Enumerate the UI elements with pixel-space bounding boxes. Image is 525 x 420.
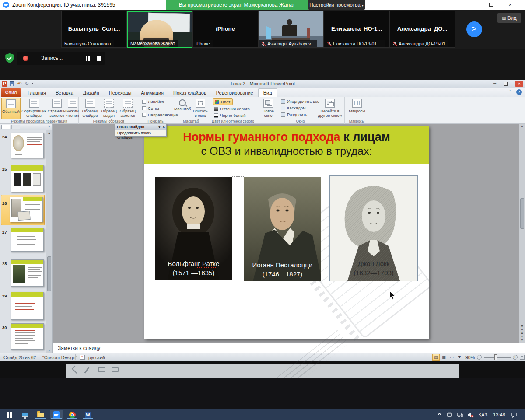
tab-slideshow[interactable]: Показ слайдов	[168, 89, 211, 97]
slide-thumbnail[interactable]	[10, 323, 44, 350]
previous-slide-button[interactable]: ▲▲	[519, 328, 525, 335]
slide-thumbnail[interactable]	[10, 133, 44, 158]
thumbnails-scrollbar[interactable]: ▲ ▼	[46, 130, 52, 353]
fit-to-window-button[interactable]: Вписать в окно	[192, 98, 209, 118]
tab-view[interactable]: Вид	[258, 88, 277, 97]
toolbar-close-icon[interactable]: ×	[163, 124, 165, 130]
zoom-slider-thumb[interactable]	[494, 354, 497, 360]
start-button[interactable]	[3, 410, 16, 419]
participant-tile-video-active[interactable]: Мамерханова Жанат	[127, 11, 192, 48]
slide-canvas[interactable]: Нормы гуманного подхода к лицам с ОВЗ и …	[144, 126, 429, 339]
normal-view-button[interactable]: Обычный	[1, 98, 21, 119]
scrollbar-thumb[interactable]	[520, 198, 524, 229]
slide-master-button[interactable]: Образец слайдов	[80, 98, 100, 118]
scroll-up-icon[interactable]: ▲	[46, 131, 52, 134]
zoom-button[interactable]: Масштаб	[174, 98, 191, 111]
grayscale-button[interactable]: Оттенки серого	[214, 106, 250, 111]
taskbar-zoom-icon[interactable]	[50, 410, 63, 419]
minimize-button[interactable]: –	[472, 0, 477, 10]
color-button[interactable]: Цвет	[213, 98, 233, 105]
next-participants-button[interactable]: >	[466, 21, 482, 37]
tray-action-center-icon[interactable]	[508, 410, 520, 420]
slide-sorter-button[interactable]: Сортировщик слайдов	[21, 98, 46, 118]
participant-tile[interactable]: Бахытгуль Солт... Бахытгуль Солтанова	[61, 11, 127, 48]
fit-slide-button[interactable]	[520, 355, 525, 360]
handout-master-button[interactable]: Образец выдач	[100, 98, 118, 118]
slide-title-block[interactable]: Нормы гуманного подхода к лицам с ОВЗ и …	[144, 126, 429, 164]
slideshow-view-status-button[interactable]: ▼	[456, 354, 463, 361]
tab-home[interactable]: Главная	[23, 89, 51, 97]
next-slide-button[interactable]: ▼▼	[519, 335, 525, 342]
slide-thumbnail[interactable]	[10, 228, 44, 252]
pause-recording-button[interactable]	[86, 56, 87, 61]
tray-volume-muted-icon[interactable]	[466, 410, 475, 420]
switch-window-button[interactable]: Перейти в другое окно ▾	[318, 98, 342, 118]
slide-thumbnail-selected[interactable]	[10, 197, 43, 222]
ppt-close-button[interactable]: ×	[515, 80, 523, 87]
taskbar-file-explorer-icon[interactable]	[34, 410, 47, 419]
zoom-in-button[interactable]: +	[513, 355, 518, 360]
sorter-view-status-button[interactable]: ▦	[440, 354, 448, 361]
slide-thumbnail[interactable]	[10, 292, 44, 320]
ppt-restore-button[interactable]	[504, 82, 508, 86]
notes-page-button[interactable]: Страницы заметок	[47, 98, 66, 118]
cascade-button[interactable]: Каскадом	[281, 105, 306, 110]
slide-scrollbar[interactable]: ▲ ▼ ▲▲ ▼▼	[519, 124, 525, 343]
slideshow-toolbar-title[interactable]: Показ слайдов ▾ ×	[116, 124, 166, 130]
taskbar-chrome-icon[interactable]	[66, 410, 79, 419]
meeting-info-shield-icon[interactable]	[4, 52, 15, 64]
ruler-checkbox[interactable]: Линейка	[142, 99, 164, 104]
macros-button[interactable]: Макросы	[347, 98, 367, 113]
panel-close-icon[interactable]: ×	[48, 124, 50, 130]
maximize-button[interactable]	[489, 3, 493, 7]
portrait-pestalozzi[interactable]: Иоганн Песталоцци (1746—1827)	[244, 177, 321, 281]
resume-slideshow-button[interactable]: Продолжить показ слайдов	[116, 130, 166, 136]
tray-hidden-icons-chevron[interactable]	[435, 410, 444, 420]
arrange-all-button[interactable]: Упорядочить все	[281, 99, 319, 104]
participant-tile[interactable]: Александра ДО... Александра ДО-19-01	[389, 11, 455, 48]
scrollbar-thumb[interactable]	[47, 256, 51, 291]
scroll-down-icon[interactable]: ▼	[519, 325, 525, 328]
tab-file[interactable]: Файл	[1, 88, 21, 97]
zoom-slider-track[interactable]	[484, 357, 511, 358]
pause-recording-button-bar[interactable]	[88, 56, 90, 61]
tab-review[interactable]: Рецензирование	[211, 89, 258, 97]
close-button[interactable]: ×	[508, 0, 513, 10]
new-window-button[interactable]: Новое окно	[259, 98, 277, 118]
portrait-locke[interactable]: Джон Локк (1632—1703)	[329, 175, 418, 281]
tray-clock[interactable]: 13:48	[491, 410, 508, 420]
scroll-down-icon[interactable]: ▼	[46, 349, 52, 352]
zoom-out-button[interactable]: −	[477, 355, 482, 360]
view-options-button[interactable]: Настройки просмотра ▾	[308, 0, 365, 10]
language-indicator[interactable]: русский	[88, 355, 105, 360]
outline-tab[interactable]	[11, 125, 20, 129]
tray-tablet-mode-icon[interactable]	[444, 410, 454, 420]
gridlines-checkbox[interactable]: Сетка	[142, 106, 159, 111]
tab-animations[interactable]: Анимация	[136, 89, 168, 97]
participant-tile[interactable]: iPhone iPhone	[192, 11, 258, 48]
strip-view-button[interactable]: ▦ Вид	[497, 13, 522, 23]
notes-master-button[interactable]: Образец заметок	[118, 98, 137, 118]
help-icon[interactable]: ?	[516, 89, 522, 95]
stop-recording-button[interactable]	[97, 56, 101, 61]
normal-view-status-button[interactable]: ▤	[432, 354, 440, 361]
tray-network-icon[interactable]	[455, 410, 465, 420]
portrait-ratke[interactable]: Вольфганг Ратке (1571 —1635)	[155, 177, 232, 280]
black-white-button[interactable]: Черно-белый	[214, 113, 246, 118]
participant-tile[interactable]: Елизавета НО-1... Елизавета НО-19-01 ...	[324, 11, 389, 48]
slides-tab[interactable]	[1, 125, 10, 129]
toolbar-dropdown-icon[interactable]: ▾	[158, 124, 160, 130]
spellcheck-icon[interactable]: ×	[80, 355, 85, 360]
ppt-minimize-button[interactable]: –	[494, 80, 496, 85]
tab-design[interactable]: Дизайн	[78, 89, 104, 97]
slide-thumbnail-current[interactable]	[10, 165, 44, 192]
collapse-ribbon-icon[interactable]: ⌃	[508, 90, 512, 94]
tray-language-indicator[interactable]: ҚАЗ	[476, 410, 490, 420]
split-button[interactable]: Разделить	[281, 112, 307, 117]
taskbar-this-pc-icon[interactable]	[18, 410, 32, 419]
tab-insert[interactable]: Вставка	[51, 89, 78, 97]
scroll-up-icon[interactable]: ▲	[519, 125, 525, 128]
reading-view-button[interactable]: Режим чтения	[66, 98, 79, 118]
taskbar-word-icon[interactable]: W	[81, 410, 94, 419]
slide-thumbnail[interactable]	[10, 259, 44, 287]
